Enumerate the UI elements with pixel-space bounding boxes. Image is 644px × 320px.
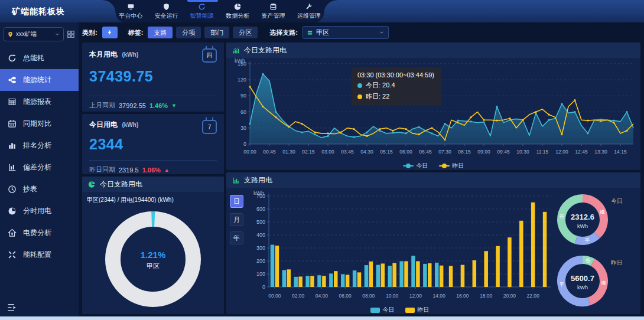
svg-text:06:45: 06:45 — [419, 149, 432, 155]
bar-chart-icon — [232, 177, 240, 184]
svg-text:200: 200 — [256, 258, 265, 264]
tag-2[interactable]: 部门 — [204, 27, 229, 38]
nav-label: 运维管理 — [297, 12, 321, 20]
compare-row: 上月同期 37992.55 1.46% ▼ — [89, 101, 217, 110]
gauge-svg: 谷峰平5600.7kWh — [554, 253, 611, 309]
percent-change: 1.46% — [149, 102, 168, 109]
sidebar-item-label: 能源报表 — [23, 97, 51, 107]
tag-3[interactable]: 分区 — [233, 27, 258, 38]
period-tab-0[interactable]: 日 — [230, 195, 243, 208]
pie-chart-icon — [88, 181, 96, 188]
collapse-sidebar-icon[interactable] — [7, 303, 18, 312]
grid-icon[interactable] — [67, 30, 75, 38]
panel-title: 支路用电 — [244, 175, 272, 185]
cost-icon — [8, 228, 17, 237]
month-usage-card: 本月用电 (kWh) 四 37439.75 上月同期 37992.55 1.46… — [82, 43, 224, 112]
branch-share-card: 今日支路用电 甲区(2344) / 用电(194400) (kWh) 1.21%… — [82, 177, 224, 314]
bar-chart[interactable]: 0100200300400500600700kWh00:0002:0004:00… — [245, 190, 554, 314]
svg-text:18:00: 18:00 — [480, 293, 493, 299]
sidebar-item-5[interactable]: 偏差分析 — [0, 156, 79, 178]
sidebar-item-2[interactable]: 能源报表 — [0, 91, 79, 113]
branch-icon — [307, 30, 313, 36]
period-tab-1[interactable]: 月 — [230, 213, 243, 226]
category-electric-button[interactable] — [102, 27, 118, 38]
site-selector-row: xxx矿端 — [0, 22, 79, 45]
site-select[interactable]: xxx矿端 — [4, 27, 64, 41]
branch-select[interactable]: 甲区 — [303, 26, 389, 39]
nav-item-0[interactable]: 平台中心 — [116, 0, 145, 22]
sidebar-item-label: 能源统计 — [23, 75, 51, 85]
month-usage-value: 37439.75 — [89, 68, 217, 85]
panel-header: 今日支路用电 — [226, 43, 640, 58]
svg-text:kWh: kWh — [235, 58, 245, 64]
legend-item[interactable]: 昨日 — [439, 162, 464, 170]
today-usage-value: 2344 — [89, 136, 217, 153]
compare-row: 昨日同期 2319.5 1.06% ▲ — [89, 165, 217, 174]
divider — [89, 96, 217, 96]
svg-text:02:00: 02:00 — [292, 293, 305, 299]
trend-arrow-icon: ▲ — [164, 167, 170, 173]
lightning-icon — [106, 29, 113, 36]
svg-text:08:15: 08:15 — [458, 149, 471, 155]
svg-text:600: 600 — [256, 206, 265, 212]
svg-text:12:00: 12:00 — [555, 149, 568, 155]
tag-0[interactable]: 支路 — [148, 27, 173, 38]
today-usage-card: 今日用电 (kWh) 7 2344 昨日同期 2319.5 1.06% ▲ — [82, 114, 224, 174]
sidebar-item-6[interactable]: 抄表 — [0, 178, 79, 200]
sidebar-item-label: 偏差分析 — [23, 162, 51, 172]
nav-item-2[interactable]: 智慧能源 — [187, 0, 217, 22]
bar-card-body: 日月年 0100200300400500600700kWh00:0002:000… — [226, 188, 640, 314]
shield-icon — [162, 3, 170, 11]
sidebar-item-4[interactable]: 排名分析 — [0, 135, 79, 156]
branch-usage-bar-card: 支路用电 日月年 0100200300400500600700kWh00:000… — [226, 172, 640, 314]
svg-text:09:45: 09:45 — [497, 149, 510, 155]
svg-text:30: 30 — [240, 125, 246, 131]
chevron-down-icon — [54, 31, 60, 37]
legend-item[interactable]: 昨日 — [405, 306, 430, 314]
svg-text:16:00: 16:00 — [456, 293, 469, 299]
nav-item-1[interactable]: 安全运行 — [151, 0, 181, 22]
svg-text:00:00: 00:00 — [268, 293, 281, 299]
bar-legend: 今日昨日 — [245, 306, 554, 314]
svg-text:谷: 谷 — [586, 257, 591, 263]
svg-text:11:15: 11:15 — [536, 149, 549, 155]
period-tab-2[interactable]: 年 — [230, 231, 243, 244]
gauge-0: 峰平谷2312.6kWh今日 — [554, 191, 640, 248]
sidebar-item-7[interactable]: 分时用电 — [0, 200, 79, 222]
platform-icon — [127, 3, 135, 11]
card-unit: (kWh) — [122, 51, 138, 58]
nav-item-4[interactable]: 资产管理 — [258, 0, 288, 22]
gauge-label: 昨日 — [611, 259, 623, 267]
card-title: 本月用电 — [89, 50, 118, 58]
top-header: 矿端能耗板块 平台中心安全运行智慧能源数据分析资产管理运维管理 — [0, 0, 644, 22]
svg-text:14:00: 14:00 — [433, 293, 446, 299]
svg-text:90: 90 — [240, 93, 246, 99]
svg-text:12:00: 12:00 — [409, 293, 422, 299]
tag-1[interactable]: 分项 — [176, 27, 201, 38]
legend-item[interactable]: 今日 — [403, 162, 428, 170]
energy-stats-icon — [8, 76, 17, 84]
divider — [89, 160, 217, 161]
nav-item-3[interactable]: 数据分析 — [223, 0, 252, 22]
sidebar-item-8[interactable]: 电费分析 — [0, 222, 79, 244]
bottom-scrollbar[interactable] — [0, 316, 644, 320]
svg-text:20:00: 20:00 — [503, 293, 516, 299]
right-column: 今日支路用电 0306090120150kWh00:0000:4501:3002… — [226, 43, 640, 314]
svg-text:400: 400 — [256, 232, 265, 238]
nav-item-5[interactable]: 运维管理 — [294, 0, 324, 22]
svg-text:峰: 峰 — [601, 280, 607, 286]
tooltip-row: 昨日: 22 — [357, 92, 434, 101]
sidebar-item-0[interactable]: 总能耗 — [0, 47, 79, 69]
sidebar-item-9[interactable]: 能耗配置 — [0, 244, 79, 266]
main-nav: 平台中心安全运行智慧能源数据分析资产管理运维管理 — [116, 0, 324, 22]
svg-text:300: 300 — [256, 245, 265, 251]
tooltip-row: 今日: 20.4 — [357, 81, 434, 90]
legend-item[interactable]: 今日 — [370, 306, 395, 314]
nav-label: 平台中心 — [119, 12, 142, 20]
sidebar-item-3[interactable]: 同期对比 — [0, 113, 79, 135]
svg-text:00:00: 00:00 — [243, 149, 256, 155]
svg-text:kWh: kWh — [577, 285, 588, 290]
sidebar-item-1[interactable]: 能源统计 — [0, 69, 79, 91]
svg-text:100: 100 — [256, 271, 265, 277]
today-branch-line-card: 今日支路用电 0306090120150kWh00:0000:4501:3002… — [226, 43, 640, 170]
